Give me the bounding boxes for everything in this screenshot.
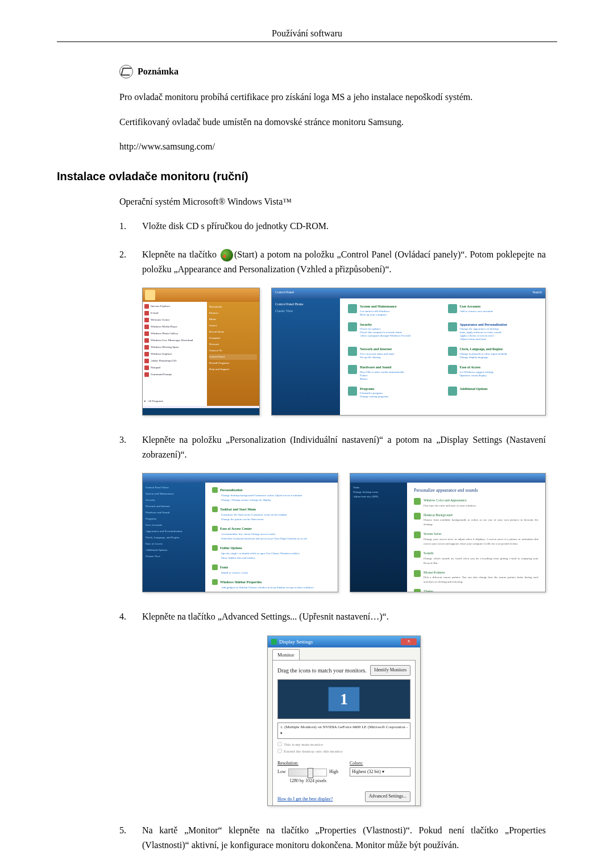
appearance-item-links[interactable]: Add gadgets to Sidebar Choose whether to…: [221, 585, 331, 590]
colors-select[interactable]: Highest (32 bit) ▾: [350, 767, 410, 777]
category-icon: [348, 322, 357, 331]
category-icon: [348, 387, 357, 396]
appearance-nav-item[interactable]: Additional Options: [146, 548, 202, 553]
start-menu-item[interactable]: Windows Media Player: [144, 324, 205, 330]
start-menu-right-item[interactable]: Documents: [209, 304, 257, 310]
cp-category[interactable]: SecurityCheck for updatesCheck this comp…: [348, 322, 437, 342]
note-paragraph-1: Pro ovladač monitoru probíhá certifikace…: [119, 90, 546, 105]
appearance-nav-item[interactable]: Control Panel Home: [146, 485, 202, 490]
pers-item[interactable]: Desktop BackgroundChoose from available …: [414, 513, 538, 528]
cp-category[interactable]: Hardware and SoundPlay CDs or other medi…: [348, 365, 437, 381]
appearance-item-links[interactable]: Install or remove a font: [221, 571, 331, 575]
pers-nav-item[interactable]: Tasks: [353, 485, 404, 490]
start-menu-right-item[interactable]: Pictures: [209, 310, 257, 316]
appearance-nav-item[interactable]: Hardware and Sound: [146, 510, 202, 515]
start-menu-right-item[interactable]: Connect To: [209, 348, 257, 354]
identify-monitors-button[interactable]: Identify Monitors: [370, 665, 410, 676]
cp-category[interactable]: Appearance and PersonalizationChange the…: [448, 322, 538, 342]
start-menu-right-item[interactable]: Recent Items: [209, 329, 257, 335]
start-menu-right-item[interactable]: Control Panel: [209, 354, 257, 360]
monitor-combo[interactable]: 1. (Multiple Monitors) on NVIDIA GeForce…: [277, 722, 410, 738]
step-5: Na kartě „Monitor“ klepněte na tlačítko …: [119, 823, 546, 852]
appearance-nav-item[interactable]: Appearance and Personalization: [146, 529, 202, 534]
appearance-item[interactable]: Folder Options: [212, 545, 331, 551]
pers-nav-item[interactable]: Adjust font size (DPI): [353, 495, 404, 499]
start-menu-item[interactable]: Windows Meeting Space: [144, 344, 205, 350]
start-menu-item[interactable]: Command Prompt: [144, 372, 205, 377]
appearance-nav-item[interactable]: Ease of Access: [146, 542, 202, 546]
start-menu-item[interactable]: E-mail: [144, 310, 205, 316]
main-monitor-label: This is my main monitor: [284, 742, 323, 748]
appearance-item[interactable]: Ease of Access Center: [212, 526, 331, 531]
appearance-item-links[interactable]: Specify single- or double-click to open …: [221, 551, 331, 560]
start-menu-right-item[interactable]: Music: [209, 317, 257, 322]
pers-item[interactable]: Mouse PointersPick a different mouse poi…: [414, 570, 538, 585]
cp-left-home: Control Panel Home: [275, 302, 337, 308]
start-menu-item[interactable]: Notepad: [144, 365, 205, 371]
screenshot-control-panel: Control Panel Search Control Panel Home …: [271, 288, 546, 416]
cp-category[interactable]: Network and InternetView network status …: [348, 347, 437, 359]
appearance-nav-item[interactable]: Classic View: [146, 554, 202, 559]
cp-category[interactable]: Ease of AccessLet Windows suggest settin…: [448, 365, 538, 381]
pers-item[interactable]: ThemeChange the theme. Themes can change…: [414, 589, 538, 592]
drag-label: Drag the icons to match your monitors.: [277, 666, 367, 675]
start-menu-right-item[interactable]: Help and Support: [209, 367, 257, 372]
appearance-nav-item[interactable]: System and Maintenance: [146, 492, 202, 496]
item-icon: [212, 564, 218, 570]
start-menu-right-item[interactable]: Default Programs: [209, 360, 257, 366]
monitor-tab[interactable]: Monitor: [272, 649, 300, 660]
monitor-1[interactable]: 1: [328, 687, 360, 712]
pers-item-icon: [414, 551, 421, 558]
start-menu-item[interactable]: Internet Explorer: [144, 304, 205, 309]
step-2-text-a: Klepněte na tlačítko: [142, 250, 219, 259]
appearance-nav-item[interactable]: Network and Internet: [146, 504, 202, 509]
cp-category[interactable]: Additional Options: [448, 387, 538, 399]
cp-category[interactable]: Clock, Language, and RegionChange keyboa…: [448, 347, 538, 359]
note-url: http://www.samsung.com/: [119, 139, 546, 154]
pers-item[interactable]: Screen SaverChange your screen saver or …: [414, 531, 538, 546]
appearance-nav-item[interactable]: Security: [146, 498, 202, 502]
category-icon: [348, 347, 357, 356]
appearance-item-links[interactable]: Change desktop background Customize colo…: [221, 493, 331, 502]
start-menu-item[interactable]: Welcome Center: [144, 317, 205, 323]
appearance-item[interactable]: Personalization: [212, 487, 331, 493]
resolution-slider[interactable]: [288, 769, 327, 776]
appearance-item[interactable]: Fonts: [212, 564, 331, 570]
category-icon: [448, 365, 457, 374]
appearance-nav-item[interactable]: Programs: [146, 517, 202, 521]
cp-category[interactable]: ProgramsUninstall a programChange startu…: [348, 387, 437, 399]
all-programs[interactable]: ▸ All Programs: [144, 398, 205, 404]
cp-category[interactable]: System and MaintenanceGet started with W…: [348, 304, 437, 317]
windows-start-icon: [221, 249, 233, 261]
best-display-link[interactable]: How do I get the best display?: [277, 796, 333, 803]
cp-category[interactable]: User AccountsAdd or remove user accounts: [448, 304, 538, 317]
close-icon[interactable]: X: [401, 638, 417, 645]
pers-nav-item[interactable]: Change desktop icons: [353, 490, 404, 495]
note-icon: [119, 65, 133, 78]
appearance-item[interactable]: Windows Sidebar Properties: [212, 579, 331, 585]
app-icon: [144, 366, 149, 370]
advanced-settings-button[interactable]: Advanced Settings...: [365, 791, 410, 802]
start-menu-item[interactable]: Windows Live Messenger Download: [144, 338, 205, 343]
start-menu-right-item[interactable]: Computer: [209, 335, 257, 341]
category-icon: [348, 304, 357, 313]
appearance-item-links[interactable]: Customize the Start menu Customize icons…: [221, 513, 331, 522]
appearance-nav-item[interactable]: User Accounts: [146, 523, 202, 528]
display-settings-icon: [271, 639, 277, 645]
start-menu-item[interactable]: Windows Explorer: [144, 351, 205, 357]
pers-item[interactable]: SoundsChange which sounds are heard when…: [414, 551, 538, 566]
start-menu-item[interactable]: Adobe Photoshop CS3: [144, 358, 205, 364]
appearance-nav-item[interactable]: Clock, Language, and Region: [146, 535, 202, 540]
appearance-item[interactable]: Taskbar and Start Menu: [212, 506, 331, 512]
start-menu-right-item[interactable]: Games: [209, 323, 257, 329]
item-icon: [212, 545, 218, 551]
display-settings-title: Display Settings: [279, 638, 313, 646]
app-icon: [144, 325, 149, 329]
step-4-text: Klepněte na tlačítko „Advanced Settings.…: [142, 612, 389, 621]
start-menu-item[interactable]: Windows Photo Gallery: [144, 331, 205, 337]
appearance-item-links[interactable]: Accommodate low vision Change screen rea…: [221, 532, 331, 541]
pers-item-icon: [414, 589, 421, 592]
start-menu-right-item[interactable]: Network: [209, 342, 257, 347]
pers-item[interactable]: Window Color and AppearanceFine tune the…: [414, 498, 538, 508]
app-icon: [144, 345, 149, 350]
